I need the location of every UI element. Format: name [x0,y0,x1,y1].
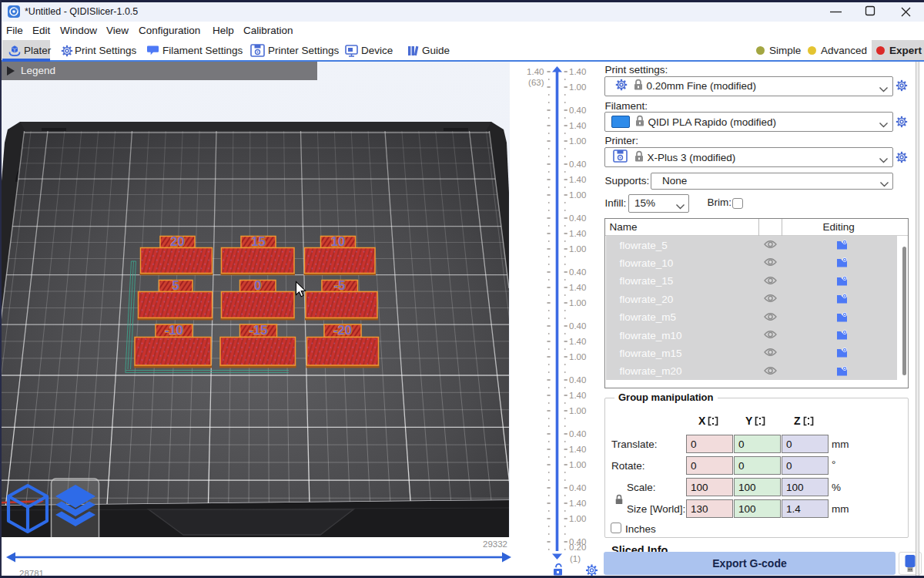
svg-text:1.00: 1.00 [569,352,586,361]
svg-text:0.40: 0.40 [569,375,586,385]
svg-text:1.00: 1.00 [569,244,586,254]
svg-text:-10: -10 [165,323,183,337]
svg-text:0.40: 0.40 [569,429,586,439]
svg-text:1.40: 1.40 [569,445,586,454]
svg-text:1.00: 1.00 [569,298,586,307]
svg-text:5: 5 [172,278,179,292]
svg-text:1.00: 1.00 [569,406,586,415]
svg-text:1.00: 1.00 [569,82,586,92]
svg-text:15: 15 [251,234,265,248]
svg-text:1.40: 1.40 [569,283,586,292]
svg-text:20: 20 [170,234,184,248]
svg-text:(63): (63) [528,78,544,87]
svg-text:-15: -15 [249,323,268,337]
svg-text:0.20: 0.20 [569,543,586,552]
svg-text:0.40: 0.40 [569,160,586,169]
svg-text:0.40: 0.40 [569,483,586,492]
svg-text:1.40: 1.40 [569,229,586,238]
svg-text:-5: -5 [334,278,346,292]
svg-text:29332: 29332 [483,539,507,549]
svg-text:1.40: 1.40 [569,121,586,130]
svg-text:1.40: 1.40 [569,67,586,76]
svg-text:0: 0 [254,278,261,292]
svg-text:(1): (1) [570,554,581,563]
svg-text:1.00: 1.00 [569,460,586,469]
svg-text:1.40: 1.40 [527,67,544,76]
svg-text:-20: -20 [333,323,352,337]
svg-text:10: 10 [331,234,345,248]
svg-text:0.40: 0.40 [569,106,586,115]
svg-text:1.00: 1.00 [569,190,586,200]
svg-text:1.00: 1.00 [569,136,586,146]
svg-text:0.40: 0.40 [569,321,586,331]
svg-text:1.40: 1.40 [569,391,586,400]
svg-text:1.40: 1.40 [569,337,586,346]
svg-text:1.40: 1.40 [569,175,586,184]
svg-text:1.00: 1.00 [569,514,586,523]
svg-text:1.40: 1.40 [569,499,586,508]
svg-text:0.40: 0.40 [569,213,586,223]
svg-text:0.40: 0.40 [569,267,586,277]
